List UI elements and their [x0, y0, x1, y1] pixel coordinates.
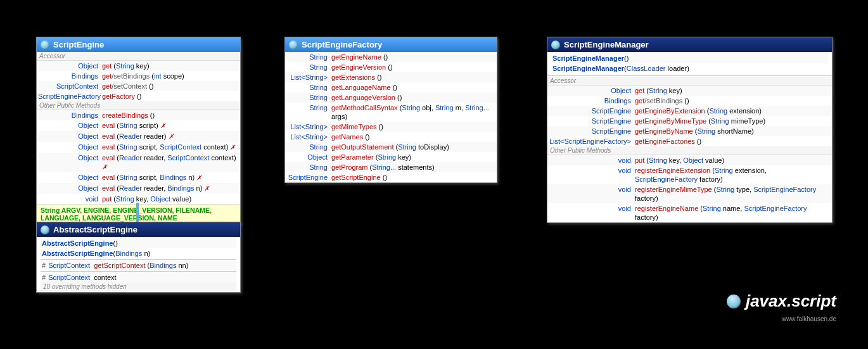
script-engine-factory-header: ScriptEngineFactory	[285, 37, 497, 52]
method-row: StringgetOutputStatement (String toDispl…	[285, 142, 497, 152]
return-type: String	[286, 143, 331, 151]
return-type: String	[286, 63, 331, 72]
method-row: Objecteval (String script) ✗	[37, 120, 240, 131]
method-row: voidregisterEngineExtension (String exte…	[547, 165, 832, 184]
interface-icon	[289, 41, 298, 49]
method-row: StringgetMethodCallSyntax (String obj, S…	[285, 103, 497, 122]
package-icon	[727, 295, 741, 308]
method-row: Objectget (String key)	[37, 61, 240, 71]
method-params: (Bindings nn)	[148, 262, 189, 269]
section-label: Accessor	[547, 77, 832, 86]
method-row: StringgetLanguageVersion ()	[285, 92, 497, 103]
return-type: Object	[38, 184, 102, 193]
protected-marker: #	[42, 261, 48, 270]
return-type: void	[549, 156, 635, 165]
method-row: voidput (String key, Object value)	[547, 155, 832, 165]
method-row: voidregisterEngineName (String name, Scr…	[547, 203, 832, 222]
return-type: String	[286, 53, 331, 61]
return-type: ScriptEngineFactory	[38, 92, 102, 101]
hidden-methods-note: 10 overriding methods hidden	[41, 282, 236, 291]
method-row: BindingscreateBindings ()	[37, 110, 240, 120]
return-type: void	[38, 194, 102, 203]
method-row: Objecteval (Reader reader, Bindings n) ✗	[37, 183, 240, 194]
class-title: ScriptEngineManager	[564, 40, 649, 49]
return-type: Bindings	[38, 72, 102, 80]
return-type: Object	[38, 173, 102, 182]
method-row: Objecteval (Reader reader, ScriptContext…	[37, 153, 240, 172]
method-row: Bindingsget/setBindings ()	[547, 96, 832, 106]
method-row: ScriptEngineFactorygetFactory ()	[37, 91, 240, 101]
script-engine-factory-box: ScriptEngineFactory StringgetEngineName …	[284, 37, 497, 183]
section-label: Accessor	[37, 52, 240, 61]
method-row: Objecteval (String script, Bindings n) ✗	[37, 172, 240, 183]
method-row: ObjectgetParameter (String key)	[285, 152, 497, 162]
return-type: String	[286, 103, 331, 121]
method-name: getScriptContext	[94, 262, 145, 269]
class-title: AbstractScriptEngine	[53, 225, 137, 234]
constructor-row: ScriptEngineManager (ClassLoader loader)	[551, 63, 828, 73]
method-row: voidregisterEngineMimeType (String type,…	[547, 184, 832, 203]
return-type: Bindings	[38, 111, 102, 120]
return-type: List<ScriptEngineFactory>	[549, 137, 635, 146]
method-row: Objecteval (String script, ScriptContext…	[37, 142, 240, 153]
return-type: Bindings	[549, 96, 635, 105]
method-row: ScriptContextget/setContext ()	[37, 81, 240, 91]
protected-marker: #	[42, 273, 48, 282]
method-row: Objecteval (Reader reader) ✗	[37, 131, 240, 142]
return-type: Object	[38, 153, 102, 172]
return-type: Object	[286, 153, 331, 162]
method-row: StringgetEngineVersion ()	[285, 62, 497, 72]
credit-label: www.falkhausen.de	[782, 315, 836, 322]
constructor-row: AbstractScriptEngine (Bindings n)	[41, 248, 236, 258]
class-title: ScriptEngine	[53, 40, 104, 49]
return-type: String	[286, 93, 331, 102]
interface-icon	[41, 41, 49, 49]
return-type: Object	[38, 61, 102, 70]
constructor-row: ScriptEngineManager ()	[551, 53, 828, 63]
return-type: ScriptContext	[38, 82, 102, 91]
return-type: Object	[38, 132, 102, 141]
method-row: StringgetProgram (String... statements)	[285, 162, 497, 172]
class-icon	[551, 41, 560, 49]
return-type: String	[286, 163, 331, 172]
return-type: Object	[38, 121, 102, 130]
section-label: Other Public Methods	[547, 146, 832, 155]
return-type: ScriptEngine	[549, 117, 635, 125]
return-type: ScriptEngine	[549, 127, 635, 136]
script-engine-header: ScriptEngine	[37, 37, 240, 52]
class-icon	[41, 225, 49, 234]
method-row: ScriptEnginegetScriptEngine ()	[285, 172, 497, 182]
field-type: ScriptContext	[48, 273, 94, 282]
inheritance-connector	[136, 203, 139, 222]
package-label: javax.script	[727, 291, 836, 311]
method-row: Objectget (String key)	[547, 86, 832, 96]
method-row: List<ScriptEngineFactory>getEngineFactor…	[547, 136, 832, 146]
return-type: String	[286, 83, 331, 92]
abstract-script-engine-box: AbstractScriptEngine AbstractScriptEngin…	[36, 222, 241, 293]
class-title: ScriptEngineFactory	[302, 40, 382, 49]
method-row: ScriptEnginegetEngineByMimeType (String …	[547, 116, 832, 126]
section-label: Other Public Methods	[37, 101, 240, 110]
method-row: List<String>getNames ()	[285, 132, 497, 142]
return-type: Object	[549, 86, 635, 95]
script-engine-manager-box: ScriptEngineManager ScriptEngineManager …	[547, 37, 833, 223]
method-row: List<String>getExtensions ()	[285, 72, 497, 82]
script-engine-box: ScriptEngine Accessor Objectget (String …	[36, 37, 241, 224]
return-type: List<String>	[286, 132, 331, 141]
return-type: ScriptEngine	[549, 106, 635, 115]
script-engine-manager-header: ScriptEngineManager	[547, 37, 832, 52]
return-type: Object	[38, 143, 102, 152]
return-type: List<String>	[286, 73, 331, 82]
method-row: ScriptEnginegetEngineByName (String shor…	[547, 126, 832, 136]
return-type: void	[549, 166, 635, 184]
return-type: List<String>	[286, 122, 331, 131]
method-row: ScriptEnginegetEngineByExtension (String…	[547, 106, 832, 116]
return-type: void	[549, 185, 635, 203]
constructor-row: AbstractScriptEngine ()	[41, 238, 236, 248]
field-row: # ScriptContext context	[41, 272, 236, 282]
return-type: ScriptEngine	[286, 173, 331, 182]
method-row: StringgetLanguageName ()	[285, 82, 497, 92]
field-name: context	[94, 273, 116, 282]
method-row: Bindingsget/setBindings (int scope)	[37, 71, 240, 81]
method-row: List<String>getMimeTypes ()	[285, 122, 497, 132]
